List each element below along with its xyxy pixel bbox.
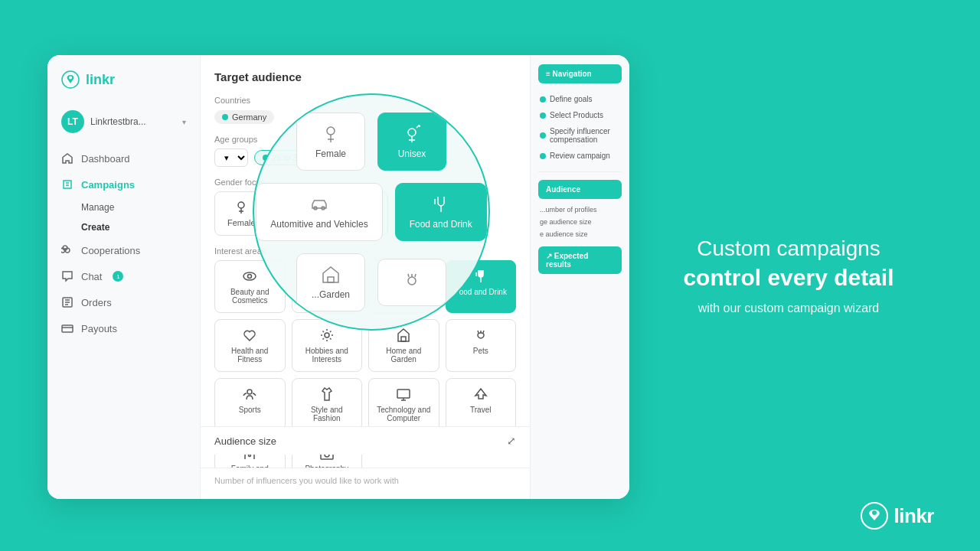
- divider: [538, 171, 622, 172]
- svg-rect-16: [397, 390, 410, 398]
- step-label-2: Select Products: [550, 111, 603, 119]
- svg-point-22: [327, 127, 335, 135]
- navigation-button[interactable]: ≡ Navigation: [538, 64, 622, 83]
- audience-row-2: ge audience size: [538, 216, 622, 228]
- zoom-auto-label: Automitive and Vehicles: [270, 219, 368, 230]
- manage-label: Manage: [81, 202, 114, 213]
- logo-icon: [61, 70, 80, 89]
- sidebar-brand-name: linkr: [86, 72, 115, 88]
- interest-sports[interactable]: Sports: [214, 378, 286, 431]
- sports-icon: [242, 386, 257, 402]
- svg-point-1: [872, 510, 877, 515]
- tagline-sub: with our custom campaign wizard: [643, 302, 934, 316]
- home-icon: [61, 152, 74, 165]
- right-panel: Custom campaigns control every detail wi…: [643, 235, 934, 315]
- zoom-car-icon: [309, 194, 329, 214]
- zoom-unisex-card[interactable]: Unisex: [377, 112, 446, 171]
- sidebar-orders-label: Orders: [81, 297, 112, 308]
- audience-row-1-text: ...umber of profiles: [540, 206, 597, 214]
- sidebar-campaigns-label: Campaigns: [81, 179, 135, 191]
- home-garden-icon: [396, 328, 411, 343]
- audience-size-header: Audience size ⤢: [214, 435, 516, 447]
- step-label-1: Define goals: [550, 95, 593, 103]
- zoom-overlay: Female Unisex: [253, 93, 490, 331]
- bottom-logo: linkr: [861, 502, 934, 530]
- zoom-pets-icon: [402, 270, 422, 290]
- zoom-gender-row: Female Unisex: [296, 112, 446, 171]
- svg-point-10: [248, 275, 252, 279]
- zoom-bottom-row: ...Garden: [296, 253, 446, 311]
- sidebar-dashboard-label: Dashboard: [81, 153, 130, 165]
- sidebar-item-dashboard[interactable]: Dashboard: [47, 145, 200, 171]
- expand-icon[interactable]: ⤢: [507, 435, 516, 447]
- zoom-pets-card[interactable]: [377, 259, 446, 306]
- nav-step-specify-compensation[interactable]: Specify influencer compensation: [538, 123, 622, 148]
- audience-row-3-text: e audience size: [540, 230, 588, 238]
- sidebar-item-campaigns[interactable]: Campaigns: [47, 171, 200, 197]
- step-label-3: Specify influencer compensation: [550, 127, 620, 144]
- zoom-home-label: ...Garden: [312, 289, 350, 300]
- zoom-content: Female Unisex: [254, 95, 488, 329]
- influencers-section: Number of influencers you would like to …: [201, 468, 530, 491]
- linkr-logo-icon: [861, 502, 888, 530]
- zoom-female-card[interactable]: Female: [296, 112, 365, 171]
- payouts-icon: [61, 322, 74, 334]
- sidebar-user[interactable]: LT Linkrtestbra... ▾: [47, 104, 200, 139]
- tech-icon: [396, 386, 411, 402]
- sidebar-logo: linkr: [47, 70, 200, 104]
- chat-icon: [61, 270, 74, 282]
- sidebar-chat-label: Chat: [81, 271, 102, 282]
- interest-tech[interactable]: Technology and Computer: [368, 378, 439, 431]
- sidebar-item-cooperations[interactable]: Cooperations: [47, 237, 200, 263]
- nav-step-review[interactable]: Review campaign: [538, 148, 622, 164]
- svg-point-6: [238, 202, 244, 208]
- tagline-bold: control every detail: [643, 263, 934, 293]
- tagline-light: Custom campaigns: [643, 235, 934, 262]
- zoom-unisex-icon: [402, 124, 422, 144]
- interest-fashion[interactable]: Style and Fashion: [292, 378, 363, 431]
- svg-point-23: [408, 129, 416, 136]
- interest-home-garden-label: Home and Garden: [386, 347, 421, 364]
- cooperations-icon: [61, 244, 74, 256]
- chat-badge: 1: [113, 271, 123, 282]
- zoom-food-icon: [431, 194, 451, 214]
- fashion-icon: [319, 386, 335, 402]
- age-select[interactable]: ▾: [214, 148, 248, 167]
- zoom-food-label: Food and Drink: [410, 219, 472, 230]
- zoom-female-icon: [321, 124, 341, 144]
- interest-tech-label: Technology and Computer: [377, 406, 430, 422]
- main-card: linkr LT Linkrtestbra... ▾ Dashboard Cam…: [47, 55, 629, 499]
- expected-results-button[interactable]: ↗ Expected results: [538, 246, 622, 274]
- audience-row-3: e audience size: [538, 228, 622, 240]
- campaigns-icon: [61, 178, 74, 191]
- sidebar-sub-manage[interactable]: Manage: [47, 197, 200, 217]
- zoom-female-label: Female: [315, 148, 346, 159]
- female-icon: [234, 200, 249, 215]
- nav-step-define-goals[interactable]: Define goals: [538, 91, 622, 107]
- svg-point-13: [325, 333, 329, 337]
- sidebar-item-orders[interactable]: Orders: [47, 289, 200, 315]
- zoom-unisex-label: Unisex: [398, 148, 426, 159]
- interest-travel[interactable]: Travel: [446, 378, 517, 431]
- step-dot-3: [540, 132, 546, 139]
- svg-rect-5: [62, 325, 73, 332]
- nav-step-select-products[interactable]: Select Products: [538, 107, 622, 123]
- sidebar-item-chat[interactable]: Chat 1: [47, 263, 200, 289]
- zoom-auto-card[interactable]: Automitive and Vehicles: [256, 183, 382, 241]
- zoom-food-card[interactable]: Food and Drink: [395, 183, 487, 241]
- bottom-logo-text: linkr: [894, 504, 934, 528]
- audience-row-1: ...umber of profiles: [538, 204, 622, 216]
- audience-size-label: Audience size: [214, 435, 276, 447]
- step-dot-4: [540, 153, 546, 159]
- sidebar-item-payouts[interactable]: Payouts: [47, 315, 200, 341]
- sidebar-sub-create[interactable]: Create: [47, 217, 200, 237]
- interest-hobbies-label: Hobbies and Interests: [305, 347, 348, 364]
- interest-travel-label: Travel: [470, 406, 491, 414]
- step-dot-1: [540, 96, 546, 103]
- step-dot-2: [540, 112, 546, 119]
- svg-point-15: [247, 390, 252, 394]
- gender-female-label: Female: [227, 218, 256, 227]
- influencers-label: Number of influencers you would like to …: [214, 476, 399, 485]
- zoom-home-card[interactable]: ...Garden: [296, 253, 365, 311]
- right-sidebar: ≡ Navigation Define goals Select Product…: [530, 55, 629, 499]
